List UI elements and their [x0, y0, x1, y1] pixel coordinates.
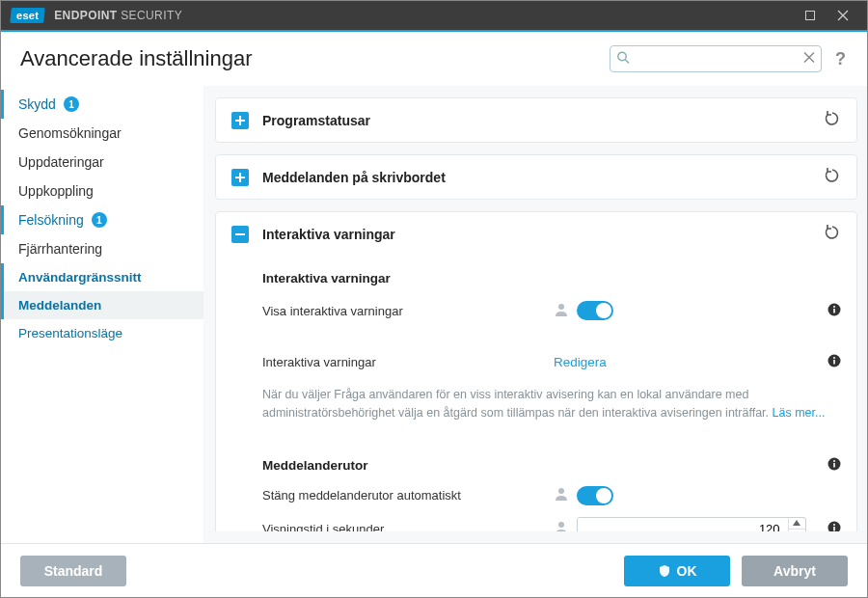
svg-rect-27 — [833, 527, 835, 531]
learn-more-link[interactable]: Läs mer... — [773, 406, 826, 420]
sidebar-item-label: Fjärrhantering — [18, 241, 102, 257]
window-close-button[interactable] — [827, 2, 859, 29]
help-button[interactable]: ? — [833, 49, 848, 69]
sidebar-item-label: Genomsökningar — [18, 125, 122, 141]
svg-rect-0 — [806, 12, 815, 20]
section-title-meddelanderutor: Meddelanderutor — [262, 458, 368, 473]
svg-marker-24 — [793, 520, 800, 526]
sidebar-item-uppdateringar[interactable]: Uppdateringar — [1, 148, 203, 177]
number-input-wrap — [577, 517, 806, 532]
toggle-stang-auto[interactable] — [577, 486, 613, 505]
reset-icon[interactable] — [824, 224, 841, 244]
info-icon[interactable] — [827, 459, 841, 474]
search-icon — [616, 51, 630, 68]
sidebar-item-label: Uppdateringar — [18, 154, 104, 170]
main: Programstatusar Meddelanden på skrivbord… — [203, 86, 867, 543]
reset-icon[interactable] — [824, 167, 841, 187]
row-label: Visa interaktiva varningar — [262, 304, 542, 318]
panel-title: Programstatusar — [262, 113, 370, 128]
info-icon[interactable] — [827, 356, 841, 370]
svg-line-4 — [625, 60, 629, 64]
row-label: Interaktiva varningar — [262, 355, 542, 369]
sidebar-item-label: Felsökning — [18, 212, 84, 228]
page-title: Avancerade inställningar — [20, 46, 253, 71]
edit-link[interactable]: Redigera — [554, 355, 607, 369]
sidebar-item-fjarrhantering[interactable]: Fjärrhantering — [1, 234, 203, 263]
svg-rect-11 — [235, 233, 245, 235]
user-icon — [554, 486, 569, 504]
spin-up-button[interactable] — [789, 518, 805, 530]
panel-body: Interaktiva varningar Visa interaktiva v… — [216, 256, 856, 531]
row-section2-header: Meddelanderutor — [262, 451, 841, 480]
svg-point-3 — [618, 52, 626, 60]
window-maximize-button[interactable] — [794, 2, 827, 29]
sidebar-item-label: Användargränssnitt — [18, 270, 142, 285]
reset-icon[interactable] — [824, 110, 841, 130]
svg-rect-8 — [235, 120, 245, 122]
main-scroll[interactable]: Programstatusar Meddelanden på skrivbord… — [215, 97, 863, 531]
sidebar-item-skydd[interactable]: Skydd 1 — [1, 90, 203, 119]
shield-icon — [658, 564, 671, 578]
row-label: Visningstid i sekunder — [262, 522, 542, 531]
footer: Standard OK Avbryt — [1, 543, 867, 597]
brand-text: ENDPOINT SECURITY — [54, 9, 182, 22]
badge: 1 — [64, 96, 79, 112]
section-title-interaktiva: Interaktiva varningar — [262, 271, 841, 285]
brand: eset ENDPOINT SECURITY — [11, 8, 182, 23]
panel-title: Meddelanden på skrivbordet — [262, 170, 446, 185]
sidebar-item-label: Meddelanden — [18, 298, 101, 313]
sidebar-item-presentationslage[interactable]: Presentationsläge — [1, 319, 203, 347]
row-stang-auto: Stäng meddelanderutor automatiskt — [262, 480, 841, 511]
clear-search-icon[interactable] — [803, 52, 815, 67]
row-interaktiva-redigera: Interaktiva varningar Redigera — [262, 347, 841, 376]
panel-header[interactable]: Programstatusar — [216, 98, 856, 142]
spin-down-button[interactable] — [789, 530, 805, 531]
row-label: Stäng meddelanderutor automatiskt — [262, 488, 542, 503]
title-bar: eset ENDPOINT SECURITY — [1, 1, 867, 30]
ok-button[interactable]: OK — [624, 556, 730, 586]
visningstid-input[interactable] — [578, 518, 788, 532]
sidebar-item-genomsokningar[interactable]: Genomsökningar — [1, 119, 203, 148]
svg-rect-14 — [833, 309, 835, 313]
panel-meddelanden-skrivbordet: Meddelanden på skrivbordet — [215, 154, 857, 200]
user-icon — [554, 520, 569, 531]
sidebar-item-label: Skydd — [18, 96, 56, 112]
badge: 1 — [92, 212, 107, 228]
svg-rect-17 — [833, 360, 835, 365]
header: Avancerade inställningar ? — [1, 32, 867, 86]
svg-point-15 — [833, 306, 835, 308]
svg-rect-20 — [833, 463, 835, 468]
sidebar-item-meddelanden[interactable]: Meddelanden — [1, 291, 203, 319]
default-button[interactable]: Standard — [20, 556, 126, 586]
sidebar-item-label: Uppkoppling — [18, 183, 94, 199]
cancel-button[interactable]: Avbryt — [742, 556, 848, 586]
panel-header[interactable]: Meddelanden på skrivbordet — [216, 155, 856, 199]
svg-point-12 — [558, 304, 564, 310]
svg-point-23 — [558, 522, 564, 528]
search-input[interactable] — [610, 45, 822, 72]
collapse-icon[interactable] — [231, 226, 249, 243]
sidebar: Skydd 1 Genomsökningar Uppdateringar Upp… — [1, 86, 203, 543]
user-icon — [554, 302, 569, 320]
svg-rect-10 — [235, 177, 245, 178]
svg-point-28 — [833, 524, 835, 526]
sidebar-item-uppkoppling[interactable]: Uppkoppling — [1, 177, 203, 205]
svg-point-22 — [558, 488, 564, 494]
svg-point-21 — [833, 460, 835, 462]
row-visa-interaktiva: Visa interaktiva varningar — [262, 295, 841, 326]
brand-logo: eset — [10, 8, 45, 23]
spin-buttons — [788, 518, 805, 532]
toggle-visa-interaktiva[interactable] — [577, 301, 613, 320]
svg-point-18 — [833, 357, 835, 359]
panel-header[interactable]: Interaktiva varningar — [216, 212, 856, 256]
expand-icon[interactable] — [231, 169, 249, 186]
row-visningstid: Visningstid i sekunder — [262, 511, 841, 532]
expand-icon[interactable] — [231, 112, 249, 129]
info-icon[interactable] — [827, 523, 841, 531]
search-wrap — [610, 45, 822, 72]
description-text: När du väljer Fråga användaren för en vi… — [262, 386, 841, 422]
sidebar-item-anvandargranssnitt[interactable]: Användargränssnitt — [1, 263, 203, 291]
panel-title: Interaktiva varningar — [262, 227, 395, 242]
info-icon[interactable] — [827, 305, 841, 319]
sidebar-item-felsokning[interactable]: Felsökning 1 — [1, 205, 203, 234]
